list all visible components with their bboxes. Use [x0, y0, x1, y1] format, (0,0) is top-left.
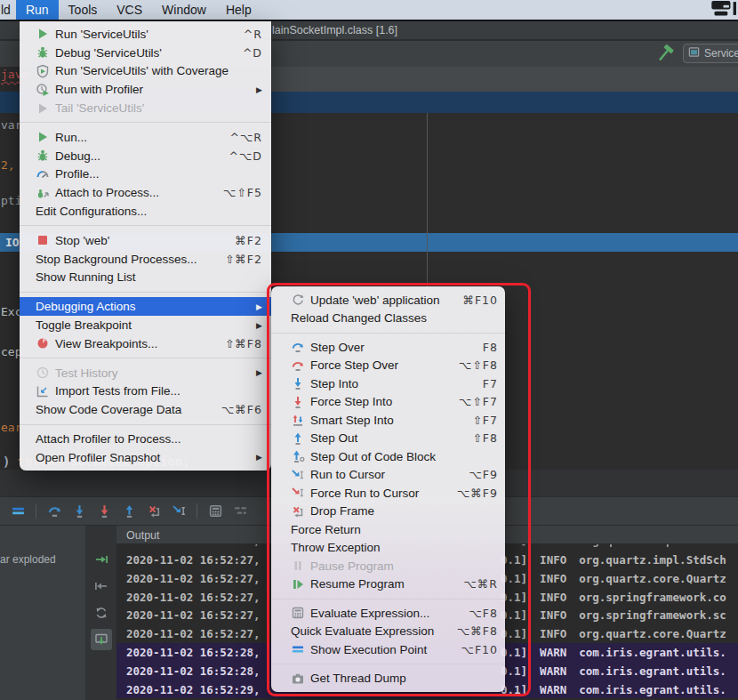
import-tests-icon — [36, 384, 50, 398]
menu-item-get-thread-dump[interactable]: Get Thread Dump — [271, 670, 505, 688]
evaluate-icon[interactable] — [205, 501, 226, 522]
drop-frame-icon — [291, 504, 305, 519]
menu-item-run-to-cursor[interactable]: Run to Cursor⌥F9 — [271, 466, 505, 485]
run-configuration-selector[interactable]: Service — [683, 44, 738, 63]
menu-item-step-out-of-code-block[interactable]: Step Out of Code Block — [271, 447, 505, 466]
attach-icon — [36, 186, 50, 200]
menu-item-update-web-application[interactable]: Update 'web' application⌘F10 — [271, 291, 505, 310]
step-over-icon — [291, 340, 305, 354]
menu-item-throw-exception[interactable]: Throw Exception — [271, 539, 505, 558]
menubar-item-window[interactable]: Window — [152, 0, 216, 20]
menu-separator — [271, 327, 505, 338]
drop-frame-icon[interactable] — [143, 501, 164, 522]
menu-item-import-tests-from-file[interactable]: Import Tests from File... — [20, 382, 271, 401]
reload-icon[interactable] — [91, 602, 112, 624]
menu-item-run[interactable]: Run...^⌥R — [20, 128, 271, 147]
menu-item-step-out[interactable]: Step Out⇧F8 — [271, 430, 505, 448]
smart-step-into-icon — [291, 413, 305, 427]
menu-item-evaluate-expression[interactable]: Evaluate Expression...⌥F8 — [271, 604, 505, 623]
code-fragment-ear: ear — [1, 421, 21, 434]
menu-item-debugging-actions[interactable]: Debugging Actions▶ — [20, 297, 271, 316]
run-to-cursor-icon[interactable] — [168, 501, 189, 522]
console-icon-strip — [85, 525, 116, 700]
menu-item-show-execution-point[interactable]: Show Execution Point⌥F10 — [271, 640, 505, 659]
menu-separator — [20, 419, 271, 430]
menu-item-stop-web[interactable]: Stop 'web'⌘F2 — [20, 231, 271, 250]
editor-tab-title[interactable]: lainSocketImpl.class [1.6] — [272, 24, 397, 36]
run-to-cursor-icon — [291, 468, 305, 482]
forward-arrow-icon[interactable] — [91, 549, 112, 570]
menu-separator — [20, 221, 271, 231]
menubar-item-tools[interactable]: Tools — [59, 0, 108, 20]
menu-item-drop-frame[interactable]: Drop Frame — [271, 503, 505, 521]
force-step-over-icon — [291, 358, 305, 373]
menubar-item-build-partial[interactable]: ld — [0, 0, 16, 20]
display-status-icon[interactable] — [710, 0, 736, 20]
menu-item-test-history[interactable]: Test History▶ — [20, 364, 271, 382]
ide-window: ld Run Tools VCS Window Help lainSocketI… — [0, 0, 738, 700]
menu-item-step-into[interactable]: Step IntoF7 — [271, 374, 505, 393]
menu-item-reload-changed-classes[interactable]: Reload Changed Classes — [271, 310, 505, 328]
editor-breadcrumb-band — [271, 67, 738, 92]
menu-item-force-step-into[interactable]: Force Step Into⌥⇧F7 — [271, 393, 505, 412]
menu-item-run-with-profiler[interactable]: Run with Profiler▶ — [20, 80, 271, 99]
menu-separator — [271, 659, 505, 670]
menu-item-tail-serviceutils[interactable]: Tail 'ServiceUtils' — [20, 99, 271, 117]
menubar-item-help[interactable]: Help — [216, 0, 261, 20]
debugging-actions-submenu-popup: Update 'web' application⌘F10Reload Chang… — [271, 286, 505, 692]
service-window-icon — [687, 45, 701, 61]
code-fragment-cep: cep — [1, 345, 21, 358]
menu-item-force-step-over[interactable]: Force Step Over⌥⇧F8 — [271, 357, 505, 375]
run-icon — [36, 27, 50, 41]
menu-item-profile[interactable]: Profile... — [20, 165, 271, 184]
menu-item-stop-background-processes[interactable]: Stop Background Processes...⇧⌘F2 — [20, 250, 271, 269]
code-fragment-number: 2, — [1, 158, 15, 172]
menu-item-open-profiler-snapshot[interactable]: Open Profiler Snapshot▶ — [20, 448, 271, 467]
execution-point-icon[interactable] — [7, 501, 28, 522]
tail-icon — [36, 101, 50, 116]
menu-item-edit-configurations[interactable]: Edit Configurations... — [20, 202, 271, 221]
run-menu-popup: Run 'ServiceUtils'^RDebug 'ServiceUtils'… — [20, 21, 271, 471]
back-arrow-icon[interactable] — [91, 575, 112, 597]
breakpoint-icon — [36, 336, 50, 350]
menu-item-force-return[interactable]: Force Return — [271, 520, 505, 539]
history-icon — [36, 366, 50, 380]
menu-item-run-serviceutils[interactable]: Run 'ServiceUtils'^R — [20, 25, 271, 44]
menu-item-show-running-list[interactable]: Show Running List — [20, 269, 271, 287]
menu-item-attach-profiler-to-process[interactable]: Attach Profiler to Process... — [20, 430, 271, 448]
menubar-item-run[interactable]: Run — [16, 0, 59, 20]
menu-item-debug-serviceutils[interactable]: Debug 'ServiceUtils'^D — [20, 44, 271, 62]
step-out-icon[interactable] — [118, 501, 140, 522]
thread-dump-icon — [291, 672, 305, 686]
menu-item-show-code-coverage-data[interactable]: Show Code Coverage Data⌥⌘F6 — [20, 400, 271, 419]
menu-item-resume-program[interactable]: Resume Program⌥⌘R — [271, 575, 505, 594]
menu-item-toggle-breakpoint[interactable]: Toggle Breakpoint▶ — [20, 316, 271, 334]
step-over-icon[interactable] — [44, 501, 65, 522]
menu-item-run-serviceutils-with-coverage[interactable]: Run 'ServiceUtils' with Coverage — [20, 62, 271, 81]
stop-icon — [36, 233, 50, 247]
force-step-into-icon — [291, 395, 305, 409]
menu-item-quick-evaluate-expression[interactable]: Quick Evaluate Expression⌥⌘F8 — [271, 623, 505, 641]
output-tab[interactable]: Output — [126, 529, 160, 542]
step-into-icon[interactable] — [68, 501, 90, 522]
debug-icon — [36, 45, 50, 60]
toolbar-separator — [36, 503, 36, 519]
build-hammer-icon[interactable] — [655, 44, 675, 63]
menu-item-pause-program[interactable]: Pause Program — [271, 557, 505, 575]
console-filter-icon[interactable] — [229, 501, 251, 522]
scroll-to-end-icon[interactable] — [91, 629, 112, 650]
menu-item-smart-step-into[interactable]: Smart Step Into⇧F7 — [271, 411, 505, 430]
submenu-arrow-icon: ▶ — [256, 321, 262, 330]
menubar-item-vcs[interactable]: VCS — [107, 0, 152, 20]
console-left-panel: ar exploded — [0, 525, 85, 700]
menu-item-view-breakpoints[interactable]: View Breakpoints...⇧⌘F8 — [20, 334, 271, 353]
force-run-to-cursor-icon — [291, 486, 305, 500]
menu-item-step-over[interactable]: Step OverF8 — [271, 338, 505, 357]
menu-item-debug[interactable]: Debug...^⌥D — [20, 147, 271, 165]
submenu-arrow-icon: ▶ — [256, 302, 262, 311]
debug-icon — [36, 149, 50, 163]
pause-icon — [291, 559, 305, 573]
force-step-into-icon[interactable] — [93, 501, 115, 522]
menu-item-force-run-to-cursor[interactable]: Force Run to Cursor⌥⌘F9 — [271, 484, 505, 503]
menu-item-attach-to-process[interactable]: Attach to Process...⌥⇧F5 — [20, 183, 271, 202]
